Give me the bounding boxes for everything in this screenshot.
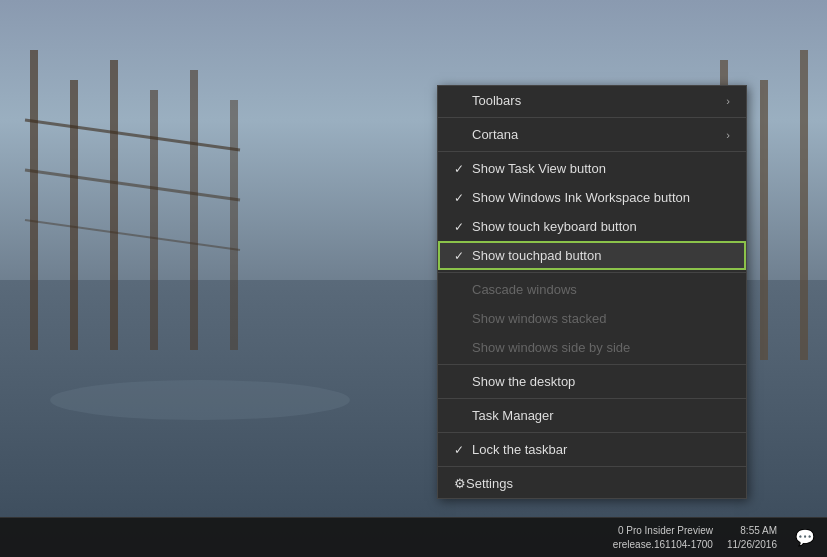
menu-item-lock-taskbar[interactable]: ✓Lock the taskbar: [438, 435, 746, 464]
svg-rect-6: [190, 70, 198, 350]
svg-rect-5: [150, 90, 158, 350]
menu-separator: [438, 432, 746, 433]
menu-item-label: Show windows side by side: [472, 340, 730, 355]
check-mark: ✓: [454, 191, 472, 205]
date-display: 11/26/2016: [727, 538, 777, 552]
check-mark: ✓: [454, 443, 472, 457]
menu-item-side-by-side: Show windows side by side: [438, 333, 746, 362]
time-display: 8:55 AM: [740, 524, 777, 538]
svg-line-8: [25, 120, 240, 150]
svg-rect-2: [30, 50, 38, 350]
check-mark: ✓: [454, 220, 472, 234]
menu-item-label: Show Windows Ink Workspace button: [472, 190, 730, 205]
menu-item-stacked: Show windows stacked: [438, 304, 746, 333]
submenu-arrow-icon: ›: [726, 95, 730, 107]
svg-line-10: [25, 220, 240, 250]
menu-item-label: Lock the taskbar: [472, 442, 730, 457]
menu-item-touch-keyboard[interactable]: ✓Show touch keyboard button: [438, 212, 746, 241]
menu-item-label: Show the desktop: [472, 374, 730, 389]
menu-item-task-view[interactable]: ✓Show Task View button: [438, 154, 746, 183]
build-label: erelease.161104-1700: [613, 538, 713, 552]
svg-rect-3: [70, 80, 78, 350]
windows-preview-label: 0 Pro Insider Preview: [618, 524, 713, 538]
menu-item-label: Task Manager: [472, 408, 730, 423]
svg-rect-13: [800, 50, 808, 360]
menu-item-task-manager[interactable]: Task Manager: [438, 401, 746, 430]
menu-item-label: Show touch keyboard button: [472, 219, 730, 234]
menu-item-touchpad[interactable]: ✓Show touchpad button: [438, 241, 746, 270]
menu-item-label: Toolbars: [472, 93, 726, 108]
menu-item-toolbars[interactable]: Toolbars›: [438, 86, 746, 115]
menu-item-label: Show touchpad button: [472, 248, 730, 263]
menu-separator: [438, 117, 746, 118]
menu-item-label: Settings: [466, 476, 730, 491]
svg-line-9: [25, 170, 240, 200]
submenu-arrow-icon: ›: [726, 129, 730, 141]
menu-separator: [438, 151, 746, 152]
menu-item-settings[interactable]: ⚙Settings: [438, 469, 746, 498]
menu-item-label: Show Task View button: [472, 161, 730, 176]
svg-rect-7: [230, 100, 238, 350]
menu-separator: [438, 466, 746, 467]
menu-item-label: Cortana: [472, 127, 726, 142]
menu-item-show-desktop[interactable]: Show the desktop: [438, 367, 746, 396]
svg-rect-4: [110, 60, 118, 350]
menu-separator: [438, 364, 746, 365]
gear-icon: ⚙: [454, 476, 466, 491]
menu-item-label: Show windows stacked: [472, 311, 730, 326]
menu-item-label: Cascade windows: [472, 282, 730, 297]
svg-rect-12: [760, 80, 768, 360]
menu-item-ink-workspace[interactable]: ✓Show Windows Ink Workspace button: [438, 183, 746, 212]
menu-item-cortana[interactable]: Cortana›: [438, 120, 746, 149]
menu-separator: [438, 272, 746, 273]
check-mark: ✓: [454, 249, 472, 263]
taskbar: 0 Pro Insider Preview erelease.161104-17…: [0, 517, 827, 557]
notification-icon[interactable]: 💬: [791, 524, 819, 551]
check-mark: ✓: [454, 162, 472, 176]
taskbar-clock: 8:55 AM 11/26/2016: [727, 524, 785, 552]
svg-point-14: [50, 380, 350, 420]
menu-item-cascade: Cascade windows: [438, 275, 746, 304]
menu-separator: [438, 398, 746, 399]
context-menu: Toolbars›Cortana›✓Show Task View button✓…: [437, 85, 747, 499]
taskbar-info: 0 Pro Insider Preview erelease.161104-17…: [613, 524, 721, 552]
